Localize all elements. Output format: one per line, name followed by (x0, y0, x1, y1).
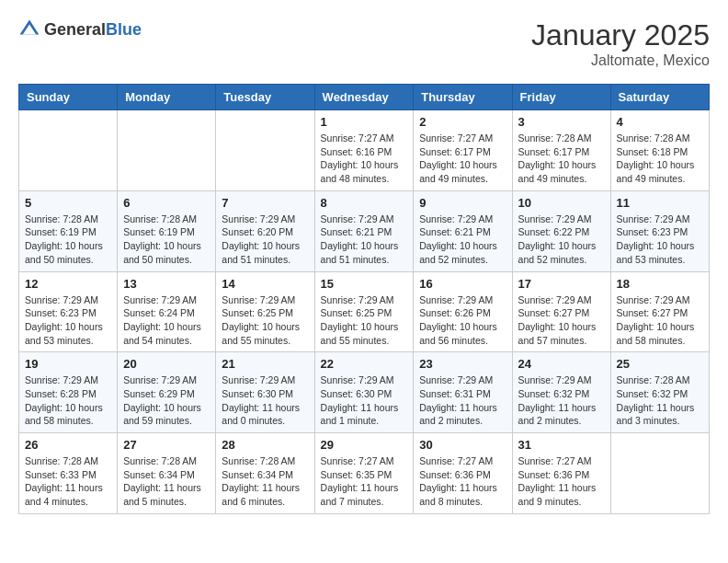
weekday-header: Wednesday (314, 85, 414, 110)
day-number: 12 (25, 277, 111, 291)
day-number: 31 (518, 438, 605, 452)
day-info: Sunrise: 7:29 AMSunset: 6:26 PMDaylight:… (419, 293, 506, 348)
day-number: 2 (419, 115, 506, 129)
day-info: Sunrise: 7:29 AMSunset: 6:30 PMDaylight:… (222, 373, 308, 428)
day-number: 22 (321, 357, 408, 371)
day-number: 19 (25, 357, 111, 371)
day-number: 13 (123, 277, 210, 291)
calendar-cell: 11Sunrise: 7:29 AMSunset: 6:23 PMDayligh… (610, 190, 709, 271)
day-info: Sunrise: 7:29 AMSunset: 6:30 PMDaylight:… (321, 373, 408, 428)
day-number: 27 (123, 438, 210, 452)
day-number: 11 (617, 196, 703, 210)
day-info: Sunrise: 7:29 AMSunset: 6:23 PMDaylight:… (617, 213, 703, 267)
calendar-cell: 10Sunrise: 7:29 AMSunset: 6:22 PMDayligh… (512, 190, 610, 271)
day-info: Sunrise: 7:28 AMSunset: 6:19 PMDaylight:… (123, 213, 210, 267)
day-info: Sunrise: 7:28 AMSunset: 6:18 PMDaylight:… (617, 132, 703, 186)
calendar-cell: 5Sunrise: 7:28 AMSunset: 6:19 PMDaylight… (19, 190, 118, 271)
title-area: January 2025 Jaltomate, Mexico (531, 18, 710, 69)
calendar-cell: 26Sunrise: 7:28 AMSunset: 6:33 PMDayligh… (19, 433, 118, 514)
day-number: 17 (518, 277, 605, 291)
calendar-cell: 31Sunrise: 7:27 AMSunset: 6:36 PMDayligh… (512, 433, 610, 514)
day-info: Sunrise: 7:27 AMSunset: 6:36 PMDaylight:… (419, 454, 506, 509)
day-number: 8 (321, 196, 408, 210)
day-number: 23 (419, 357, 506, 371)
calendar-cell (118, 110, 216, 191)
day-number: 5 (25, 196, 111, 210)
day-number: 10 (518, 196, 605, 210)
day-info: Sunrise: 7:29 AMSunset: 6:23 PMDaylight:… (25, 293, 111, 348)
calendar-cell (216, 110, 314, 191)
calendar-cell: 28Sunrise: 7:28 AMSunset: 6:34 PMDayligh… (216, 433, 314, 514)
day-number: 9 (419, 196, 506, 210)
logo-blue-text: Blue (106, 20, 142, 39)
day-number: 20 (123, 357, 210, 371)
day-info: Sunrise: 7:29 AMSunset: 6:27 PMDaylight:… (518, 293, 605, 348)
location-title: Jaltomate, Mexico (531, 52, 710, 69)
calendar-cell: 12Sunrise: 7:29 AMSunset: 6:23 PMDayligh… (19, 271, 118, 352)
day-number: 30 (419, 438, 506, 452)
calendar-table: SundayMondayTuesdayWednesdayThursdayFrid… (18, 84, 710, 514)
day-info: Sunrise: 7:28 AMSunset: 6:34 PMDaylight:… (123, 454, 210, 509)
calendar-cell: 14Sunrise: 7:29 AMSunset: 6:25 PMDayligh… (216, 271, 314, 352)
calendar-cell: 4Sunrise: 7:28 AMSunset: 6:18 PMDaylight… (610, 110, 709, 191)
calendar-cell: 2Sunrise: 7:27 AMSunset: 6:17 PMDaylight… (414, 110, 512, 191)
day-info: Sunrise: 7:28 AMSunset: 6:19 PMDaylight:… (25, 213, 111, 267)
day-number: 4 (617, 115, 703, 129)
day-info: Sunrise: 7:29 AMSunset: 6:24 PMDaylight:… (123, 293, 210, 348)
day-info: Sunrise: 7:29 AMSunset: 6:32 PMDaylight:… (518, 373, 605, 428)
weekday-header: Sunday (19, 85, 118, 110)
day-info: Sunrise: 7:29 AMSunset: 6:20 PMDaylight:… (222, 213, 308, 267)
day-info: Sunrise: 7:29 AMSunset: 6:22 PMDaylight:… (518, 213, 605, 267)
calendar-cell: 21Sunrise: 7:29 AMSunset: 6:30 PMDayligh… (216, 352, 314, 433)
day-number: 18 (617, 277, 703, 291)
day-number: 14 (222, 277, 308, 291)
weekday-header: Saturday (610, 85, 709, 110)
day-info: Sunrise: 7:29 AMSunset: 6:21 PMDaylight:… (321, 213, 408, 267)
calendar-cell: 8Sunrise: 7:29 AMSunset: 6:21 PMDaylight… (314, 190, 414, 271)
calendar-cell: 3Sunrise: 7:28 AMSunset: 6:17 PMDaylight… (512, 110, 610, 191)
month-title: January 2025 (531, 18, 710, 52)
day-info: Sunrise: 7:27 AMSunset: 6:16 PMDaylight:… (321, 132, 408, 186)
logo: GeneralBlue (18, 18, 142, 40)
calendar-cell: 1Sunrise: 7:27 AMSunset: 6:16 PMDaylight… (314, 110, 414, 191)
day-info: Sunrise: 7:27 AMSunset: 6:17 PMDaylight:… (419, 132, 506, 186)
calendar-cell: 6Sunrise: 7:28 AMSunset: 6:19 PMDaylight… (118, 190, 216, 271)
page-header: GeneralBlue January 2025 Jaltomate, Mexi… (18, 18, 710, 69)
day-number: 1 (321, 115, 408, 129)
day-info: Sunrise: 7:27 AMSunset: 6:35 PMDaylight:… (321, 454, 408, 509)
day-number: 24 (518, 357, 605, 371)
day-info: Sunrise: 7:29 AMSunset: 6:28 PMDaylight:… (25, 373, 111, 428)
calendar-cell: 30Sunrise: 7:27 AMSunset: 6:36 PMDayligh… (414, 433, 512, 514)
day-number: 29 (321, 438, 408, 452)
logo-general-text: General (44, 20, 106, 39)
day-info: Sunrise: 7:29 AMSunset: 6:25 PMDaylight:… (222, 293, 308, 348)
day-info: Sunrise: 7:28 AMSunset: 6:34 PMDaylight:… (222, 454, 308, 509)
weekday-header-row: SundayMondayTuesdayWednesdayThursdayFrid… (19, 85, 710, 110)
day-number: 28 (222, 438, 308, 452)
calendar-cell: 23Sunrise: 7:29 AMSunset: 6:31 PMDayligh… (414, 352, 512, 433)
weekday-header: Thursday (414, 85, 512, 110)
calendar-week-row: 26Sunrise: 7:28 AMSunset: 6:33 PMDayligh… (19, 433, 710, 514)
calendar-cell: 22Sunrise: 7:29 AMSunset: 6:30 PMDayligh… (314, 352, 414, 433)
calendar-cell: 24Sunrise: 7:29 AMSunset: 6:32 PMDayligh… (512, 352, 610, 433)
calendar-cell: 27Sunrise: 7:28 AMSunset: 6:34 PMDayligh… (118, 433, 216, 514)
day-number: 21 (222, 357, 308, 371)
calendar-cell: 18Sunrise: 7:29 AMSunset: 6:27 PMDayligh… (610, 271, 709, 352)
day-number: 26 (25, 438, 111, 452)
day-number: 16 (419, 277, 506, 291)
weekday-header: Tuesday (216, 85, 314, 110)
logo-icon (18, 18, 40, 40)
calendar-cell: 9Sunrise: 7:29 AMSunset: 6:21 PMDaylight… (414, 190, 512, 271)
calendar-cell: 16Sunrise: 7:29 AMSunset: 6:26 PMDayligh… (414, 271, 512, 352)
calendar-cell: 19Sunrise: 7:29 AMSunset: 6:28 PMDayligh… (19, 352, 118, 433)
day-info: Sunrise: 7:29 AMSunset: 6:29 PMDaylight:… (123, 373, 210, 428)
calendar-cell: 29Sunrise: 7:27 AMSunset: 6:35 PMDayligh… (314, 433, 414, 514)
calendar-cell: 17Sunrise: 7:29 AMSunset: 6:27 PMDayligh… (512, 271, 610, 352)
calendar-week-row: 5Sunrise: 7:28 AMSunset: 6:19 PMDaylight… (19, 190, 710, 271)
day-number: 3 (518, 115, 605, 129)
day-info: Sunrise: 7:29 AMSunset: 6:31 PMDaylight:… (419, 373, 506, 428)
calendar-cell: 25Sunrise: 7:28 AMSunset: 6:32 PMDayligh… (610, 352, 709, 433)
day-number: 7 (222, 196, 308, 210)
calendar-cell (19, 110, 118, 191)
calendar-cell: 20Sunrise: 7:29 AMSunset: 6:29 PMDayligh… (118, 352, 216, 433)
